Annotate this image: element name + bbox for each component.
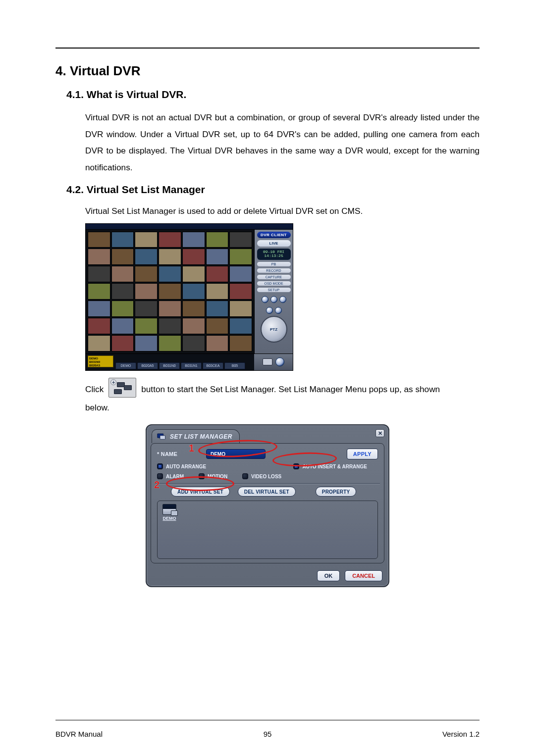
page-footer: BDVR Manual 95 Version 1.2 — [55, 730, 480, 738]
plus-icon: + — [110, 379, 116, 385]
auto-insert-checkbox[interactable] — [293, 463, 299, 469]
cms-tab[interactable]: B020A5 — [137, 362, 158, 369]
annotation-marker-1: 1 — [189, 443, 194, 454]
cms-tab[interactable]: B031N0 — [159, 362, 180, 369]
virtual-set-item[interactable]: DEMO — [160, 504, 178, 521]
nav-dot-icon[interactable] — [262, 296, 268, 303]
section-heading: 4. Virtual DVR — [55, 63, 480, 79]
cms-health-line: B020A5 — [89, 364, 112, 367]
cms-osd-button[interactable]: OSD MODE — [257, 281, 291, 286]
virtual-set-list: DEMO — [157, 501, 378, 559]
annotation-marker-2: 2 — [154, 479, 160, 491]
click-text-post: button to start the Set List Manager. Se… — [141, 381, 480, 398]
dialog-title: SET LIST MANAGER — [170, 433, 232, 440]
nav-dot-icon[interactable] — [270, 296, 277, 303]
cms-health-badge: DEMO B031N0 B020A5 — [88, 355, 113, 367]
cms-tab[interactable]: B031N1 — [181, 362, 202, 369]
bottom-rule — [55, 720, 480, 720]
cms-setup-button[interactable]: SETUP — [257, 288, 291, 292]
cms-tab[interactable]: B03CEA — [203, 362, 223, 369]
cms-health-line: B031N0 — [89, 360, 112, 364]
name-input[interactable]: DEMO — [206, 449, 266, 459]
motion-label: MOTION — [208, 474, 227, 479]
cms-nav-row2 — [266, 307, 282, 314]
paragraph-vslm: Virtual Set List Manager is used to add … — [85, 204, 480, 218]
subsection-heading-42: 4.2. Virtual Set List Manager — [66, 184, 480, 196]
video-loss-label: VIDEO LOSS — [251, 474, 281, 479]
svg-rect-1 — [160, 436, 165, 440]
apply-button[interactable]: APPLY — [347, 449, 378, 459]
click-text-below: below. — [85, 400, 480, 416]
cms-ptz-control[interactable]: PTZ — [261, 316, 287, 343]
cms-live-button[interactable]: LIVE — [257, 240, 291, 247]
paragraph-what-is: Virtual DVR is not an actual DVR but a c… — [85, 109, 480, 176]
ok-button[interactable]: OK — [317, 570, 340, 581]
cms-record-button[interactable]: RECORD — [257, 268, 291, 273]
footer-page-number: 95 — [55, 730, 480, 738]
cms-bottom-bar: DEMO B031N0 B020A5 DEMO B020A5 B031N0 B0… — [86, 353, 254, 370]
set-list-manager-icon[interactable]: + — [108, 378, 136, 398]
cms-tab[interactable]: DEMO — [115, 362, 136, 369]
cms-dvr-tabs: DEMO B020A5 B031N0 B031N1 B03CEA B05 — [115, 362, 252, 369]
virtual-set-icon — [162, 504, 176, 515]
top-rule — [55, 48, 480, 49]
cms-camera-grid — [86, 230, 254, 353]
close-button[interactable]: ✕ — [375, 429, 384, 437]
alarm-label: ALARM — [166, 474, 184, 479]
cms-health-line: DEMO — [89, 357, 112, 360]
cms-screenshot: DVR CLIENT LIVE 09-10 FRI 14:13:25 PB RE… — [85, 223, 480, 371]
power-icon[interactable] — [275, 357, 284, 366]
nav-dot-icon[interactable] — [275, 307, 282, 314]
video-loss-checkbox[interactable] — [242, 473, 248, 479]
add-virtual-set-button[interactable]: ADD VIRTUAL SET — [171, 487, 230, 497]
separator — [155, 483, 380, 484]
cms-nav-row1 — [262, 296, 286, 303]
auto-insert-label: AUTO INSERT & ARRANGE — [302, 464, 367, 469]
cms-side-panel: DVR CLIENT LIVE 09-10 FRI 14:13:25 PB RE… — [254, 230, 293, 353]
cms-brand: DVR CLIENT — [257, 232, 291, 238]
motion-checkbox[interactable] — [199, 473, 205, 479]
set-list-manager-dialog: SET LIST MANAGER ✕ 1 2 * NAME DEMO APPLY — [146, 424, 389, 587]
nav-dot-icon[interactable] — [266, 307, 273, 314]
auto-arrange-checkbox[interactable] — [157, 463, 163, 469]
cms-right-bottom — [254, 353, 293, 370]
cms-tab[interactable]: B05 — [224, 362, 245, 369]
cms-time: 14:13:25 — [257, 254, 291, 258]
cms-pb-button[interactable]: PB — [257, 262, 291, 266]
cms-titlebar — [86, 224, 293, 230]
cancel-button[interactable]: CANCEL — [345, 570, 382, 581]
monitor-icon — [157, 433, 166, 440]
virtual-set-caption: DEMO — [163, 516, 176, 521]
layout-icon[interactable] — [263, 358, 272, 365]
property-button[interactable]: PROPERTY — [316, 487, 357, 497]
alarm-checkbox[interactable] — [157, 473, 163, 479]
dialog-title-tab: SET LIST MANAGER — [152, 429, 240, 443]
del-virtual-set-button[interactable]: DEL VIRTUAL SET — [238, 487, 296, 497]
click-text-pre: Click — [85, 381, 104, 398]
cms-capture-button[interactable]: CAPTURE — [257, 275, 291, 279]
nav-dot-icon[interactable] — [279, 296, 286, 303]
cms-thumbs — [88, 232, 252, 352]
name-label: * NAME — [157, 451, 177, 457]
cms-clock: 09-10 FRI 14:13:25 — [257, 249, 291, 260]
subsection-heading-41: 4.1. What is Virtual DVR. — [66, 89, 480, 101]
auto-arrange-label: AUTO ARRANGE — [166, 464, 206, 469]
